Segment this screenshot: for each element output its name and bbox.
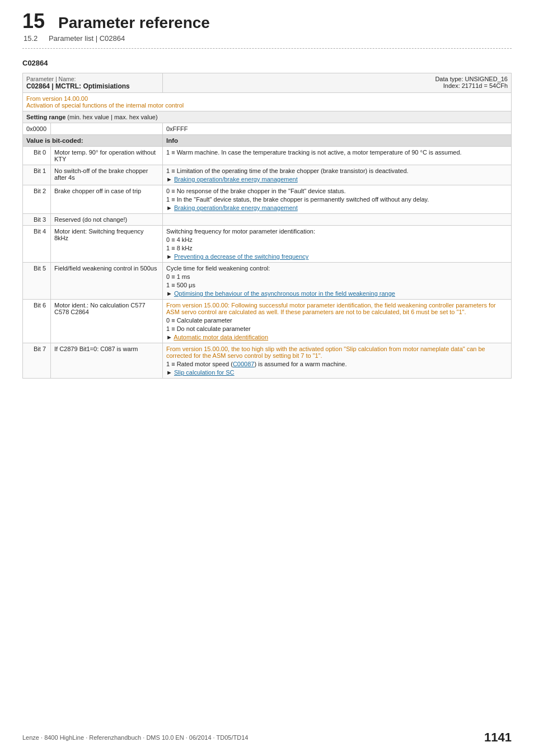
table-row: Bit 2 Brake chopper off in case of trip … — [23, 185, 512, 214]
hex-min: 0x0000 — [26, 125, 46, 132]
bit-3-desc: Reserved (do not change!) — [51, 214, 163, 226]
bit-coded-label: Value is bit-coded: — [26, 137, 83, 144]
table-row: Bit 4 Motor ident: Switching frequency 8… — [23, 226, 512, 263]
info-header-cell: Info — [163, 135, 512, 147]
bit-0-label: Bit 0 — [23, 147, 51, 165]
chapter-number: 15 — [22, 11, 45, 31]
bit-1-desc: No switch-off of the brake chopper after… — [51, 165, 163, 185]
bit-5-link[interactable]: Optimising the behaviour of the asynchro… — [174, 290, 395, 297]
page-number: 1141 — [484, 730, 512, 745]
table-row: Bit 5 Field/field weakening control in 5… — [23, 263, 512, 300]
table-row: Bit 1 No switch-off of the brake chopper… — [23, 165, 512, 185]
data-type-label: Data type: UNSIGNED_16 — [166, 76, 508, 82]
sub-title: Parameter list | C02864 — [49, 34, 125, 43]
setting-range-label: Setting range — [26, 114, 65, 120]
setting-range-row: Setting range (min. hex value | max. hex… — [23, 111, 512, 123]
bit-6-label: Bit 6 — [23, 300, 51, 343]
bit-2-desc: Brake chopper off in case of trip — [51, 185, 163, 214]
bit-0-desc: Motor temp. 90° for operation without KT… — [51, 147, 163, 165]
bit-5-desc: Field/field weakening control in 500us — [51, 263, 163, 300]
bit-4-link[interactable]: Preventing a decrease of the switching f… — [174, 253, 308, 260]
param-header-row: Parameter | Name: C02864 | MCTRL: Optimi… — [23, 73, 512, 93]
footer-text: Lenze · 8400 HighLine · Referenzhandbuch… — [22, 734, 248, 741]
table-row: Bit 0 Motor temp. 90° for operation with… — [23, 147, 512, 165]
bit-7-info: From version 15.00.00, the too high slip… — [163, 343, 512, 379]
bit-4-label: Bit 4 — [23, 226, 51, 263]
bit-7-desc: If C2879 Bit1=0: C087 is warm — [51, 343, 163, 379]
table-row: Bit 6 Motor ident.: No calculation C577 … — [23, 300, 512, 343]
setting-range-cell: Setting range (min. hex value | max. hex… — [23, 111, 512, 123]
bit-1-info: 1 ≡ Limitation of the operating time of … — [163, 165, 512, 185]
setting-range-detail: (min. hex value | max. hex value) — [67, 114, 157, 120]
sub-num: 15.2 — [24, 34, 38, 43]
param-table: Parameter | Name: C02864 | MCTRL: Optimi… — [22, 73, 512, 379]
bit-7-c087-link[interactable]: C00087 — [233, 361, 255, 367]
hex-max-cell: 0xFFFF — [163, 123, 512, 135]
version-cell: From version 14.00.00 Activation of spec… — [23, 93, 512, 111]
hex-min-cell: 0x0000 — [23, 123, 51, 135]
index-label: Index: 21711d = 54CFh — [166, 82, 508, 89]
divider — [22, 48, 512, 49]
version-desc: Activation of special functions of the i… — [26, 102, 184, 109]
param-name-label: Parameter | Name: — [26, 76, 159, 82]
chapter-title: Parameter reference — [58, 14, 210, 32]
bit-2-label: Bit 2 — [23, 185, 51, 214]
bit-4-info: Switching frequency for motor parameter … — [163, 226, 512, 263]
bit-7-label: Bit 7 — [23, 343, 51, 379]
version-row: From version 14.00.00 Activation of spec… — [23, 93, 512, 111]
section-label: C02864 — [22, 59, 512, 67]
bit-5-info: Cycle time for field weakening control: … — [163, 263, 512, 300]
table-row: Bit 3 Reserved (do not change!) — [23, 214, 512, 226]
bit-7-link[interactable]: Slip calculation for SC — [174, 369, 235, 376]
bit-6-desc: Motor ident.: No calculation C577 C578 C… — [51, 300, 163, 343]
bit-4-desc: Motor ident: Switching frequency 8kHz — [51, 226, 163, 263]
bit-coded-label-cell: Value is bit-coded: — [23, 135, 163, 147]
bit-2-info: 0 ≡ No response of the brake chopper in … — [163, 185, 512, 214]
sub-heading: 15.2 Parameter list | C02864 — [22, 34, 512, 43]
bit-2-link[interactable]: Braking operation/brake energy managemen… — [174, 204, 298, 211]
hex-row: 0x0000 0xFFFF — [23, 123, 512, 135]
bit-1-label: Bit 1 — [23, 165, 51, 185]
bit-6-link[interactable]: Automatic motor data identification — [174, 334, 268, 340]
hex-max: 0xFFFF — [166, 125, 188, 132]
param-name-cell: Parameter | Name: C02864 | MCTRL: Optimi… — [23, 73, 163, 93]
hex-separator — [51, 123, 163, 135]
page-footer: Lenze · 8400 HighLine · Referenzhandbuch… — [0, 730, 534, 745]
version-from: From version 14.00.00 — [26, 95, 88, 102]
page-header: 15 Parameter reference — [22, 11, 512, 32]
bit-3-info — [163, 214, 512, 226]
info-label: Info — [166, 137, 178, 144]
bit-0-info: 1 ≡ Warm machine. In case the temperatur… — [163, 147, 512, 165]
bit-coded-header-row: Value is bit-coded: Info — [23, 135, 512, 147]
table-row: Bit 7 If C2879 Bit1=0: C087 is warm From… — [23, 343, 512, 379]
bit-3-label: Bit 3 — [23, 214, 51, 226]
param-id: C02864 | MCTRL: Optimisiations — [26, 82, 159, 90]
data-type-cell: Data type: UNSIGNED_16 Index: 21711d = 5… — [163, 73, 512, 93]
bit-5-label: Bit 5 — [23, 263, 51, 300]
bit-6-info: From version 15.00.00: Following success… — [163, 300, 512, 343]
bit-1-link[interactable]: Braking operation/brake energy managemen… — [174, 176, 298, 183]
